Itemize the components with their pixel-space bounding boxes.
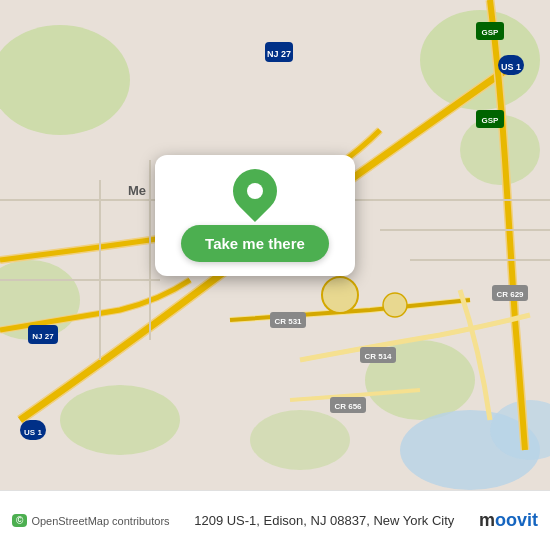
location-pin bbox=[224, 160, 286, 222]
svg-point-38 bbox=[322, 277, 358, 313]
svg-text:NJ 27: NJ 27 bbox=[267, 49, 291, 59]
osm-attribution: © OpenStreetMap contributors bbox=[12, 514, 170, 527]
svg-text:CR 514: CR 514 bbox=[364, 352, 392, 361]
osm-text: OpenStreetMap contributors bbox=[31, 515, 169, 527]
pin-dot bbox=[247, 183, 263, 199]
moovit-text: m bbox=[479, 510, 495, 530]
popup-card: Take me there bbox=[155, 155, 355, 276]
map-container: NJ 27 US 1 GSP GSP NJ 27 US 1 CR 531 CR … bbox=[0, 0, 550, 490]
bottom-bar: © OpenStreetMap contributors 1209 US-1, … bbox=[0, 490, 550, 550]
moovit-logo: moovit bbox=[479, 510, 538, 531]
svg-text:NJ 27: NJ 27 bbox=[32, 332, 54, 341]
take-me-there-button[interactable]: Take me there bbox=[181, 225, 329, 262]
svg-text:GSP: GSP bbox=[482, 116, 500, 125]
moovit-text-rest: oovit bbox=[495, 510, 538, 530]
svg-text:US 1: US 1 bbox=[24, 428, 42, 437]
svg-text:US 1: US 1 bbox=[501, 62, 521, 72]
svg-point-6 bbox=[60, 385, 180, 455]
svg-point-39 bbox=[383, 293, 407, 317]
svg-text:GSP: GSP bbox=[482, 28, 500, 37]
svg-text:CR 656: CR 656 bbox=[334, 402, 362, 411]
osm-badge: © bbox=[12, 514, 27, 527]
svg-text:Me: Me bbox=[128, 183, 146, 198]
svg-text:CR 629: CR 629 bbox=[496, 290, 524, 299]
svg-text:CR 531: CR 531 bbox=[274, 317, 302, 326]
address-label: 1209 US-1, Edison, NJ 08837, New York Ci… bbox=[170, 513, 479, 528]
svg-point-7 bbox=[250, 410, 350, 470]
